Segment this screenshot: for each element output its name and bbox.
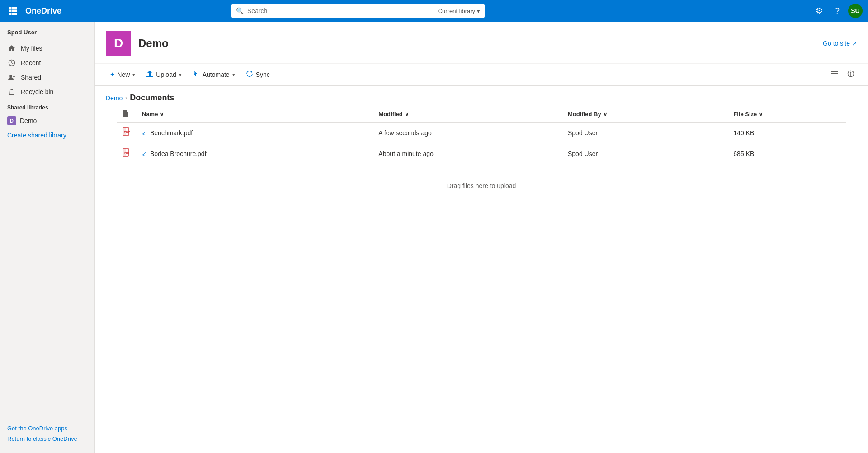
- th-modified-by[interactable]: Modified By ∨: [562, 106, 728, 123]
- name-sort-icon: ∨: [160, 111, 164, 118]
- sidebar-item-my-files[interactable]: My files: [0, 41, 94, 56]
- file-icon-cell: PDF: [117, 123, 137, 143]
- list-view-button[interactable]: [828, 67, 841, 82]
- svg-rect-6: [9, 13, 11, 15]
- search-bar: 🔍 Current library ▾: [231, 4, 485, 18]
- help-button[interactable]: ?: [830, 4, 844, 18]
- settings-button[interactable]: ⚙: [812, 4, 826, 18]
- new-button[interactable]: + New ▾: [106, 68, 140, 81]
- library-icon: D: [7, 116, 16, 125]
- goto-site-button[interactable]: Go to site ↗: [823, 40, 857, 47]
- th-name[interactable]: Name ∨: [137, 106, 373, 123]
- new-plus-icon: +: [110, 71, 114, 79]
- shared-icon: [7, 74, 16, 81]
- upload-icon: [146, 70, 153, 79]
- sidebar-item-demo-library[interactable]: D Demo: [0, 113, 94, 129]
- topbar-actions: ⚙ ? SU: [812, 4, 863, 18]
- breadcrumb-current: Documents: [130, 93, 174, 103]
- upload-button[interactable]: Upload ▾: [142, 67, 186, 82]
- waffle-icon[interactable]: [5, 4, 20, 18]
- pdf-icon: PDF: [122, 129, 131, 138]
- svg-point-10: [9, 75, 12, 77]
- svg-rect-4: [12, 10, 14, 12]
- library-title: Demo: [138, 37, 169, 50]
- table-row[interactable]: PDF ↙ Benchmark.pdf A few seconds ago Sp…: [117, 123, 846, 143]
- file-table-container: Name ∨ Modified ∨ Modifi: [95, 106, 868, 164]
- file-icon-cell: PDF: [117, 143, 137, 164]
- automate-icon: [193, 70, 200, 79]
- table-row[interactable]: PDF ↙ Bodea Brochure.pdf About a minute …: [117, 143, 846, 164]
- breadcrumb: Demo › Documents: [95, 86, 868, 106]
- file-modified-by-1: Spod User: [562, 143, 728, 164]
- info-button[interactable]: [844, 67, 857, 82]
- svg-rect-13: [831, 73, 838, 74]
- topbar: OneDrive 🔍 Current library ▾ ⚙ ? SU: [0, 0, 868, 22]
- svg-rect-2: [14, 7, 17, 9]
- svg-rect-3: [9, 10, 11, 12]
- file-sync-icon: ↙: [142, 130, 146, 136]
- new-chevron-icon: ▾: [132, 72, 135, 78]
- sync-icon: [246, 70, 253, 79]
- file-modified-0: A few seconds ago: [373, 123, 562, 143]
- file-size-0: 140 KB: [728, 123, 846, 143]
- file-table: Name ∨ Modified ∨ Modifi: [117, 106, 846, 164]
- svg-rect-12: [831, 71, 838, 72]
- recycle-bin-icon: [7, 88, 16, 95]
- avatar[interactable]: SU: [848, 4, 863, 18]
- search-scope-selector[interactable]: Current library ▾: [434, 8, 480, 14]
- recent-icon: [7, 59, 16, 66]
- breadcrumb-separator: ›: [125, 95, 127, 101]
- get-onedrive-apps-link[interactable]: Get the OneDrive apps: [7, 425, 87, 432]
- search-icon: 🔍: [236, 7, 244, 14]
- app-layout: Spod User My files Recent Shared Recycle…: [0, 22, 868, 453]
- filesize-sort-icon: ∨: [759, 111, 763, 118]
- svg-rect-0: [9, 7, 11, 9]
- file-name-cell-1[interactable]: ↙ Bodea Brochure.pdf: [137, 143, 373, 164]
- automate-button[interactable]: Automate ▾: [188, 67, 240, 82]
- scope-chevron-icon: ▾: [477, 8, 480, 14]
- create-shared-library-link[interactable]: Create shared library: [0, 129, 94, 142]
- library-header: D Demo Go to site ↗: [95, 22, 868, 64]
- return-to-classic-link[interactable]: Return to classic OneDrive: [7, 435, 87, 442]
- brand-name: OneDrive: [25, 6, 61, 16]
- svg-point-17: [851, 72, 851, 73]
- file-size-1: 685 KB: [728, 143, 846, 164]
- toolbar-right-actions: [828, 67, 857, 82]
- modified-sort-icon: ∨: [405, 111, 409, 118]
- library-logo: D: [106, 31, 131, 56]
- file-name-cell-0[interactable]: ↙ Benchmark.pdf: [137, 123, 373, 143]
- svg-rect-1: [12, 7, 14, 9]
- svg-point-11: [13, 76, 15, 77]
- sidebar-item-shared[interactable]: Shared: [0, 70, 94, 85]
- table-header-row: Name ∨ Modified ∨ Modifi: [117, 106, 846, 123]
- drop-zone: Drag files here to upload: [95, 164, 868, 208]
- breadcrumb-parent-link[interactable]: Demo: [106, 94, 123, 102]
- sync-button[interactable]: Sync: [241, 67, 274, 82]
- svg-rect-5: [14, 10, 17, 12]
- sidebar-item-recycle-bin[interactable]: Recycle bin: [0, 85, 94, 99]
- upload-chevron-icon: ▾: [179, 72, 182, 78]
- file-modified-1: About a minute ago: [373, 143, 562, 164]
- file-modified-by-0: Spod User: [562, 123, 728, 143]
- pdf-icon: PDF: [122, 150, 131, 159]
- th-checkbox: [117, 106, 137, 123]
- file-name: Benchmark.pdf: [150, 129, 193, 137]
- shared-libraries-header: Shared libraries: [0, 99, 94, 113]
- file-type-icon: [122, 112, 129, 118]
- home-icon: [7, 45, 16, 52]
- sidebar-item-recent[interactable]: Recent: [0, 56, 94, 70]
- svg-rect-14: [831, 76, 838, 76]
- th-modified[interactable]: Modified ∨: [373, 106, 562, 123]
- file-name: Bodea Brochure.pdf: [150, 150, 207, 157]
- svg-text:PDF: PDF: [124, 131, 131, 134]
- th-filesize[interactable]: File Size ∨: [728, 106, 846, 123]
- svg-rect-7: [12, 13, 14, 15]
- sidebar-footer: Get the OneDrive apps Return to classic …: [0, 420, 94, 448]
- file-sync-icon: ↙: [142, 151, 146, 157]
- main-content: D Demo Go to site ↗ + New ▾ Upload: [95, 22, 868, 453]
- modified-by-sort-icon: ∨: [603, 111, 608, 118]
- sidebar: Spod User My files Recent Shared Recycle…: [0, 22, 95, 453]
- search-input[interactable]: [247, 7, 430, 14]
- toolbar: + New ▾ Upload ▾ Automate ▾: [95, 64, 868, 86]
- library-header-right: Go to site ↗: [823, 40, 857, 47]
